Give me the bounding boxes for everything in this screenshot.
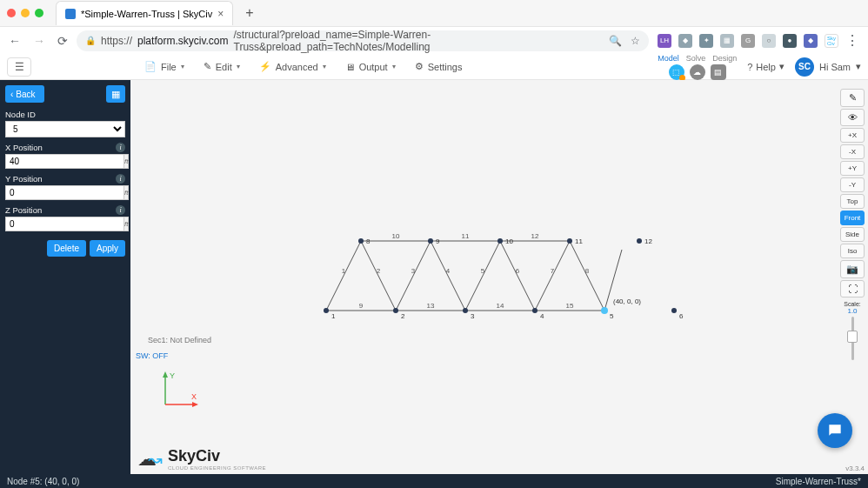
back-button[interactable]: ‹Back bbox=[5, 85, 44, 103]
back-nav-icon[interactable]: ← bbox=[9, 34, 21, 48]
url-prefix: https:// bbox=[101, 35, 132, 47]
hamburger-menu-button[interactable]: ☰ bbox=[7, 57, 31, 77]
node[interactable] bbox=[358, 238, 364, 244]
truss-diagram[interactable]: 12345678910111213141512345689101112(40, … bbox=[130, 80, 868, 474]
info-icon[interactable]: i bbox=[116, 143, 125, 152]
delete-button[interactable]: Delete bbox=[47, 240, 86, 257]
url-domain: platform.skyciv.com bbox=[137, 35, 228, 47]
help-menu[interactable]: ?Help▾ bbox=[747, 61, 785, 72]
ext-icon[interactable]: ✦ bbox=[699, 34, 713, 48]
member[interactable] bbox=[500, 241, 535, 311]
member[interactable] bbox=[431, 241, 465, 311]
browser-menu-icon[interactable]: ⋮ bbox=[845, 32, 859, 49]
camera-tool-icon[interactable]: 📷 bbox=[840, 260, 865, 278]
apply-button[interactable]: Apply bbox=[90, 240, 125, 257]
logo: ☁↝ SkyCiv CLOUD ENGINEERING SOFTWARE bbox=[137, 447, 266, 471]
mode-model-icon[interactable]: ⬚ bbox=[669, 64, 684, 80]
advanced-menu[interactable]: ⚡Advanced▾ bbox=[259, 61, 326, 72]
url-path: /structural?preload_name=Simple-Warren-T… bbox=[234, 29, 604, 53]
member-label: 5 bbox=[481, 267, 485, 275]
member[interactable] bbox=[361, 241, 396, 311]
ext-icon[interactable]: LH bbox=[658, 34, 671, 48]
node[interactable] bbox=[567, 238, 572, 244]
visibility-tool-icon[interactable]: 👁 bbox=[840, 109, 865, 126]
user-menu[interactable]: SC Hi Sam ▾ bbox=[795, 57, 861, 77]
mode-design-icon[interactable]: ▤ bbox=[711, 64, 726, 80]
ext-icon[interactable]: ● bbox=[783, 34, 797, 48]
datasheet-button[interactable]: ▦ bbox=[106, 85, 125, 103]
member-label: 7 bbox=[551, 267, 555, 275]
expand-tool-icon[interactable]: ⛶ bbox=[840, 280, 865, 297]
node[interactable] bbox=[497, 238, 503, 244]
svg-text:Y: Y bbox=[170, 371, 175, 380]
reload-icon[interactable]: ⟳ bbox=[57, 34, 68, 48]
member[interactable] bbox=[535, 241, 570, 311]
view-plus-y-button[interactable]: +Y bbox=[840, 161, 865, 176]
member[interactable] bbox=[465, 241, 500, 311]
view-minus-x-button[interactable]: -X bbox=[840, 144, 865, 159]
mode-solve-icon[interactable]: ☁ bbox=[690, 64, 705, 80]
close-tab-icon[interactable]: × bbox=[217, 8, 224, 20]
new-tab-button[interactable]: + bbox=[238, 5, 260, 21]
member[interactable] bbox=[396, 241, 431, 311]
search-in-page-icon[interactable]: 🔍 bbox=[609, 35, 622, 47]
node-id-select[interactable]: 5 bbox=[5, 121, 125, 137]
mode-solve-label[interactable]: Solve bbox=[686, 54, 706, 63]
address-bar[interactable]: 🔒 https://platform.skyciv.com/structural… bbox=[77, 30, 649, 51]
file-menu[interactable]: 📄File▾ bbox=[144, 61, 184, 72]
forward-nav-icon[interactable]: → bbox=[33, 34, 45, 48]
view-plus-x-button[interactable]: +X bbox=[840, 128, 865, 143]
x-position-input[interactable] bbox=[5, 154, 124, 169]
settings-menu[interactable]: ⚙Settings bbox=[415, 61, 463, 72]
node[interactable] bbox=[393, 308, 398, 313]
browser-tab[interactable]: *Simple-Warren-Truss | SkyCiv × bbox=[56, 1, 233, 25]
node[interactable] bbox=[324, 308, 329, 313]
minimize-window-icon[interactable] bbox=[21, 9, 30, 17]
view-front-button[interactable]: Front bbox=[840, 211, 865, 225]
star-icon[interactable]: ☆ bbox=[631, 35, 640, 47]
mode-model-label[interactable]: Model bbox=[658, 54, 679, 63]
pencil-tool-icon[interactable]: ✎ bbox=[840, 89, 865, 107]
scale-slider[interactable] bbox=[840, 317, 865, 360]
close-window-icon[interactable] bbox=[7, 9, 16, 17]
view-iso-button[interactable]: Iso bbox=[840, 244, 865, 258]
node[interactable] bbox=[671, 308, 677, 313]
edit-menu[interactable]: ✎Edit▾ bbox=[204, 61, 240, 72]
node[interactable] bbox=[601, 307, 608, 314]
unit-label: ft bbox=[124, 154, 129, 169]
self-weight-note: SW: OFF bbox=[136, 351, 168, 360]
info-icon[interactable]: i bbox=[116, 174, 125, 184]
info-icon[interactable]: i bbox=[116, 205, 125, 215]
user-greeting: Hi Sam bbox=[819, 62, 851, 72]
z-position-input[interactable] bbox=[5, 217, 124, 231]
ext-icon[interactable]: ▦ bbox=[720, 34, 734, 48]
user-avatar: SC bbox=[795, 57, 814, 77]
member-label: 11 bbox=[462, 232, 470, 240]
window-controls[interactable] bbox=[7, 9, 43, 17]
y-position-input[interactable] bbox=[5, 185, 124, 200]
node[interactable] bbox=[532, 308, 537, 313]
node[interactable] bbox=[428, 238, 433, 244]
unit-label: ft bbox=[124, 185, 129, 200]
model-canvas[interactable]: 12345678910111213141512345689101112(40, … bbox=[130, 80, 868, 474]
ext-icon[interactable]: G bbox=[741, 34, 755, 48]
member[interactable] bbox=[570, 241, 604, 311]
output-menu[interactable]: 🖥Output▾ bbox=[345, 62, 396, 72]
node-id-label: Node ID bbox=[5, 110, 36, 119]
view-minus-y-button[interactable]: -Y bbox=[840, 177, 865, 192]
svg-marker-4 bbox=[192, 402, 198, 407]
skyciv-ext-icon[interactable]: SkyCiv bbox=[825, 34, 838, 48]
member[interactable] bbox=[326, 241, 361, 311]
chat-support-button[interactable] bbox=[818, 413, 852, 448]
member-label: 8 bbox=[585, 267, 590, 275]
ext-icon[interactable]: ◆ bbox=[804, 34, 818, 48]
node[interactable] bbox=[463, 308, 468, 313]
member-label: 1 bbox=[342, 267, 346, 275]
view-top-button[interactable]: Top bbox=[840, 194, 865, 209]
maximize-window-icon[interactable] bbox=[35, 9, 43, 17]
mode-design-label[interactable]: Design bbox=[712, 54, 737, 63]
view-side-button[interactable]: Side bbox=[840, 227, 865, 242]
node[interactable] bbox=[637, 238, 642, 244]
ext-icon[interactable]: ○ bbox=[762, 34, 776, 48]
ext-icon[interactable]: ◆ bbox=[678, 34, 692, 48]
